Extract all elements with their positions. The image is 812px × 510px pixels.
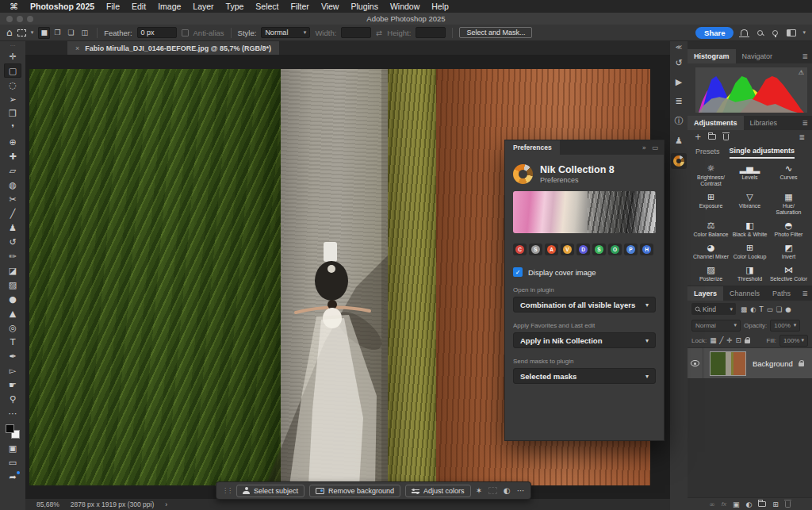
menu-view[interactable]: View	[321, 2, 339, 11]
display-cover-checkbox[interactable]: ✓	[513, 267, 523, 277]
healing-brush-tool[interactable]: ✚	[4, 149, 21, 163]
tab-navigator[interactable]: Navigator	[736, 49, 779, 63]
menu-image[interactable]: Image	[158, 2, 181, 11]
menu-window[interactable]: Window	[390, 2, 419, 11]
adjustment-exposure[interactable]: ⊞Exposure	[691, 190, 730, 217]
toolbar-grip[interactable]: ⋯	[10, 43, 16, 49]
style-select[interactable]: Normal▾	[261, 27, 310, 38]
move-tool[interactable]: ✛	[4, 49, 21, 63]
layer-filter-kind-select[interactable]: Kind ▾	[691, 303, 736, 315]
gradient-tool[interactable]: ▨	[4, 278, 21, 292]
apply-favorites-select[interactable]: Apply in Nik Collection▾	[513, 332, 656, 348]
adjustment-curves[interactable]: ∿Curves	[769, 162, 808, 189]
blend-mode-select[interactable]: Normal▾	[691, 320, 741, 332]
clone-stamp-tool[interactable]: ♟	[4, 220, 21, 235]
tab-adjustments[interactable]: Adjustments	[688, 116, 744, 130]
add-mask-icon[interactable]: ▣	[733, 500, 740, 508]
blur-tool[interactable]: ●	[4, 292, 21, 306]
delete-layer-icon[interactable]	[785, 501, 791, 508]
layer-name[interactable]: Background	[753, 359, 799, 368]
plugin-output-icon[interactable]: O	[608, 243, 622, 255]
rectangular-marquee-tool[interactable]: ▢	[4, 63, 21, 78]
plugin-perspective-efex-icon[interactable]: P	[624, 243, 638, 255]
tab-layers[interactable]: Layers	[688, 286, 723, 301]
new-group-icon[interactable]	[758, 501, 766, 507]
home-button[interactable]: ⌂	[6, 27, 13, 38]
adjustment-black-white[interactable]: ◧Black & White	[730, 219, 769, 240]
status-chevron-icon[interactable]: ›	[165, 500, 167, 508]
history-brush-tool[interactable]: ↺	[4, 235, 21, 249]
adjustment-invert[interactable]: ◩Invert	[769, 241, 808, 262]
adjustments-list-view-icon[interactable]: ≣	[799, 133, 805, 141]
fill-select[interactable]: 100%▾	[779, 335, 808, 347]
add-selection-icon[interactable]: ❐	[52, 27, 63, 39]
add-adjustment-icon[interactable]: +	[695, 132, 701, 141]
menu-layer[interactable]: Layer	[193, 2, 213, 11]
new-layer-icon[interactable]: ⊞	[772, 500, 779, 508]
adjustment-threshold[interactable]: ◨Threshold	[730, 263, 769, 284]
dialog-tab-preferences[interactable]: Preferences	[505, 140, 560, 155]
histogram-panel-menu-icon[interactable]: ≣	[802, 52, 808, 60]
subtab-single-adjustments[interactable]: Single adjustments	[730, 144, 795, 159]
menu-select[interactable]: Select	[255, 2, 278, 11]
spot-healing-brush-tool[interactable]: ⊕	[4, 135, 21, 149]
antialias-checkbox[interactable]	[182, 29, 189, 36]
object-selection-tool[interactable]: ➢	[4, 92, 21, 106]
adjustment-color-lookup[interactable]: ⊞Color Lookup	[730, 241, 769, 262]
dodge-tool[interactable]: ◎	[4, 320, 21, 335]
histogram-warning-icon[interactable]: ⚠	[799, 69, 804, 76]
plugin-sharpener-icon[interactable]: S	[592, 243, 606, 255]
color-swatches[interactable]	[6, 424, 20, 439]
adjustment-icon[interactable]: ◐	[504, 486, 511, 495]
lock-transparency-icon[interactable]: ▦	[710, 336, 716, 344]
tab-histogram[interactable]: Histogram	[688, 49, 736, 63]
notifications-icon[interactable]	[741, 29, 748, 36]
layer-visibility-toggle[interactable]	[688, 348, 703, 378]
opacity-select[interactable]: 100%▾	[770, 320, 800, 332]
background-lock-icon[interactable]	[799, 362, 804, 366]
collapse-panels-icon[interactable]: ≪	[676, 44, 682, 51]
filter-type-layers-icon[interactable]: T	[759, 305, 763, 313]
menu-edit[interactable]: Edit	[132, 2, 146, 11]
send-masks-select[interactable]: Selected masks▾	[513, 368, 656, 384]
open-in-plugin-select[interactable]: Combination of all visible layers▾	[513, 297, 656, 313]
new-group-icon[interactable]	[708, 134, 716, 140]
pencil-tool[interactable]: ✏	[4, 249, 21, 263]
filter-toggle-icon[interactable]: ●	[785, 305, 791, 313]
menu-photoshop-2025[interactable]: Photoshop 2025	[30, 2, 94, 11]
subtab-presets[interactable]: Presets	[695, 144, 720, 159]
magic-wand-icon[interactable]: ✶	[476, 486, 482, 495]
menu-help[interactable]: Help	[431, 2, 449, 11]
remove-background-button[interactable]: Remove background	[309, 485, 400, 497]
tool-preset-chevron-icon[interactable]: ▾	[31, 29, 34, 36]
search-icon[interactable]	[757, 30, 763, 36]
adjustment-photo-filter[interactable]: ◓Photo Filter	[769, 219, 808, 240]
tab-paths[interactable]: Paths	[766, 286, 797, 301]
new-selection-icon[interactable]: ■	[38, 27, 50, 39]
filter-pixel-layers-icon[interactable]: ▩	[741, 305, 747, 313]
dialog-menu-icon[interactable]: ▭	[652, 144, 658, 151]
apple-menu-icon[interactable]: ⌘	[10, 2, 18, 12]
share-button[interactable]: Share	[695, 27, 733, 39]
adjustment-color-balance[interactable]: ⚖Color Balance	[691, 219, 730, 240]
swap-dimensions-icon[interactable]: ⇄	[376, 29, 382, 37]
plugin-dfine-icon[interactable]: D	[576, 243, 590, 255]
clone-source-panel-icon[interactable]: ♟	[675, 136, 683, 146]
dialog-collapse-icon[interactable]: »	[642, 144, 646, 151]
zoom-level[interactable]: 85,68%	[36, 500, 59, 508]
workspace-chevron-icon[interactable]: ▾	[802, 29, 806, 36]
history-panel-icon[interactable]: ↺	[675, 58, 682, 68]
more-tools-button[interactable]: ⋯	[4, 406, 21, 420]
eraser-tool[interactable]: ◪	[4, 263, 21, 278]
filter-shape-layers-icon[interactable]: ▭	[767, 305, 773, 313]
layer-style-icon[interactable]: fx	[722, 500, 726, 508]
select-subject-button[interactable]: Select subject	[236, 485, 304, 497]
plugin-silver-efex-icon[interactable]: S	[529, 243, 542, 255]
select-and-mask-button[interactable]: Select and Mask...	[459, 27, 532, 38]
zoom-tool[interactable]: ⚲	[4, 392, 21, 406]
height-input[interactable]	[416, 27, 446, 38]
intersect-selection-icon[interactable]: ◫	[79, 27, 90, 39]
content-aware-move-tool[interactable]: ◍	[4, 178, 21, 192]
tool-preset-icon[interactable]	[17, 29, 26, 36]
taskbar-drag-handle[interactable]: ⋮⋮	[222, 487, 232, 494]
